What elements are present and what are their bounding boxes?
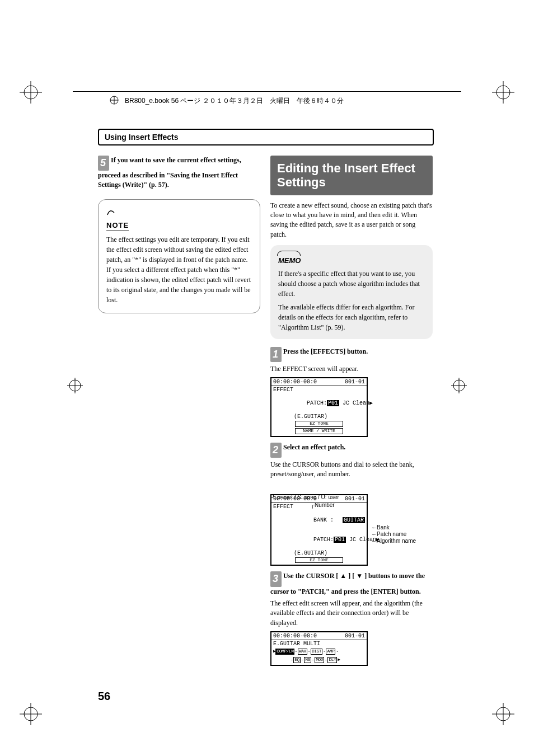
print-header: BR800_e.book 56 ページ ２０１０年３月２日 火曜日 午後６時４０… (109, 95, 344, 107)
anno-algo: ←Algorithm name (371, 538, 416, 544)
crop-mark-tl (20, 81, 42, 104)
lcd1-time: 00:00:00-00:0 (273, 379, 317, 385)
memo-paragraph-1: If there's a specific effect that you wa… (278, 269, 425, 299)
play-icon: ▶ (369, 400, 373, 406)
registration-mark-left (67, 378, 83, 396)
section-header: Using Insert Effects (98, 129, 434, 145)
step-3-number: 3 (270, 571, 282, 586)
lcd2-patch-label: PATCH: (313, 537, 334, 543)
note-label: NOTE (106, 220, 129, 232)
step-2-text: Use the CURSOR buttons and dial to selec… (270, 460, 433, 480)
lcd1-pos: 001-01 (345, 379, 365, 385)
registration-mark-right (451, 378, 467, 396)
step-2-number: 2 (270, 443, 282, 458)
left-column: 5 If you want to save the current effect… (98, 156, 260, 672)
lcd1-algo: (E.GUITAR) (271, 413, 367, 420)
lcd-screen-1: 00:00:00-00:0 001-01 EFFECT PATCH:P01 JC… (270, 377, 368, 437)
print-header-text: BR800_e.book 56 ページ ２０１０年３月２日 火曜日 午後６時４０… (125, 96, 344, 106)
note-text: The effect settings you edit are tempora… (106, 234, 252, 305)
lcd1-namewrite: NAME / WRITE (295, 428, 343, 434)
note-box: NOTE The effect settings you edit are te… (98, 199, 260, 314)
crop-mark-br (492, 703, 514, 725)
note-icon (106, 208, 252, 218)
right-title: Editing the Insert Effect Settings (270, 156, 433, 195)
lcd2-algo: (E.GUITAR) (271, 550, 367, 557)
lcd2-patch-num: P01 (334, 537, 346, 543)
book-icon (109, 95, 119, 107)
anno-preset: P: preset / S: song / U: user (270, 494, 339, 500)
step-1-number: 1 (270, 347, 282, 362)
lcd1-patch-name: JC Clean (339, 400, 369, 406)
lcd3-chain1: ▶COMP/LM-WAH-DIST-AMP- (271, 647, 367, 656)
memo-paragraph-2: The available effects differ for each al… (278, 302, 425, 332)
memo-label: MEMO (278, 252, 301, 266)
lcd1-line2: EFFECT (271, 386, 367, 393)
lcd2-eztone: EZ TONE (295, 557, 343, 564)
memo-box: MEMO If there's a specific effect that y… (270, 245, 433, 339)
lcd3-time: 00:00:00-00:0 (273, 633, 317, 639)
section-header-text: Using Insert Effects (105, 133, 178, 142)
step-3-bold: Use the CURSOR [ ▲ ] [ ▼ ] buttons to mo… (270, 572, 425, 595)
lcd-screen-3: 00:00:00-00:0 001-01 E.GUITAR MULTI ▶COM… (270, 631, 368, 666)
lcd3-line2: E.GUITAR MULTI (271, 640, 367, 647)
step-1-bold: Press the [EFFECTS] button. (283, 348, 368, 355)
lcd2-bank-val: GUITAR (343, 517, 365, 523)
step-3-text: The effect edit screen will appear, and … (270, 599, 433, 628)
crop-mark-bl (20, 703, 42, 725)
step-5-number: 5 (98, 156, 109, 171)
lcd3-pos: 001-01 (345, 633, 365, 639)
up-triangle-icon: ▲ (340, 572, 346, 580)
step-2-bold: Select an effect patch. (283, 443, 345, 451)
page-number: 56 (98, 690, 110, 703)
anno-patch: ←Patch name (371, 531, 406, 537)
step-1-text: The EFFECT screen will appear. (270, 364, 433, 374)
lcd1-eztone: EZ TONE (295, 421, 343, 427)
lcd3-chain2: -EQ-NS-MOD-DLY▶ (271, 656, 367, 665)
right-column: Editing the Insert Effect Settings To cr… (270, 156, 433, 672)
lcd1-patch-num: P01 (327, 400, 339, 406)
anno-number: ┌Number (311, 502, 335, 508)
step-5-text: If you want to save the current effect s… (98, 156, 241, 189)
down-triangle-icon: ▼ (356, 572, 363, 580)
anno-bank: ←Bank (371, 524, 390, 530)
lcd1-patch-label: PATCH: (307, 400, 327, 406)
lcd2-pos: 001-01 (345, 496, 365, 502)
intro-text: To create a new effect sound, choose an … (270, 201, 433, 240)
lcd2-bank-label: BANK : (313, 517, 334, 523)
crop-mark-tr (492, 81, 514, 104)
